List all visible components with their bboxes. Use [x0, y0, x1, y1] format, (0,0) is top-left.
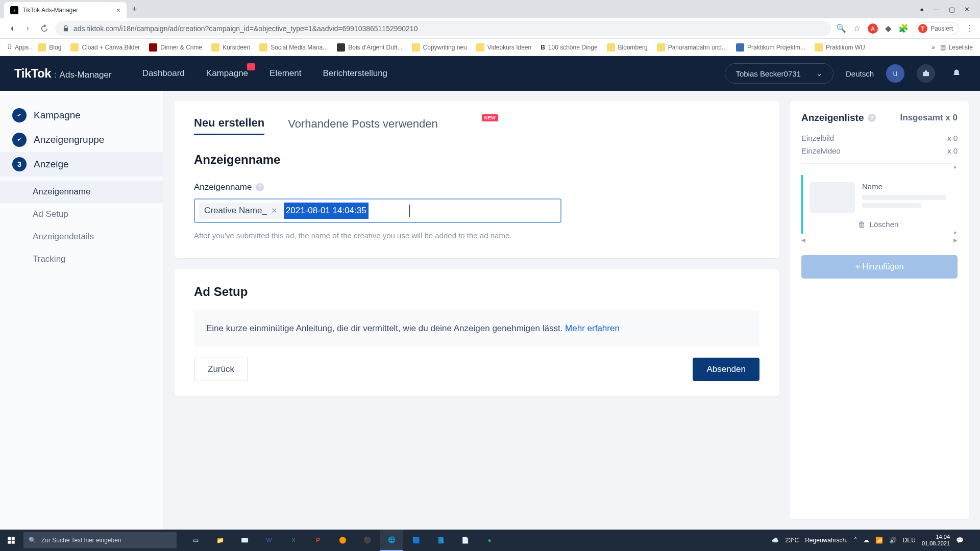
close-tab-icon[interactable]: ×	[116, 6, 120, 14]
add-ad-button[interactable]: + Hinzufügen	[801, 255, 958, 279]
taskbar-clock[interactable]: 14:04 01.08.2021	[922, 534, 950, 547]
learn-more-link[interactable]: Mehr erfahren	[565, 323, 620, 333]
ad-list-panel: Anzeigenliste ? Insgesamt x 0 Einzelbild…	[790, 101, 969, 519]
bookmark-item[interactable]: B100 schöne Dinge	[541, 44, 597, 51]
count-label: Einzelvideo	[801, 146, 841, 155]
bookmark-item[interactable]: Praktikum WU	[815, 43, 865, 52]
menu-icon[interactable]: ⋮	[966, 23, 974, 33]
ext-icon[interactable]: ◆	[885, 23, 891, 33]
app-logo[interactable]: TikTok : Ads-Manager	[14, 66, 112, 81]
nav-dashboard[interactable]: Dashboard	[142, 68, 185, 79]
notepad-icon[interactable]: 📄	[453, 530, 477, 551]
bookmark-item[interactable]: Bloomberg	[607, 43, 648, 52]
bookmark-item[interactable]: Bois d'Argent Duft...	[337, 43, 402, 52]
url-input[interactable]: ads.tiktok.com/i18n/campaign/ad/creation…	[55, 21, 831, 36]
bookmarks-overflow-icon[interactable]: »	[932, 44, 935, 51]
back-button[interactable]	[6, 23, 17, 34]
start-button[interactable]	[0, 530, 22, 551]
help-icon[interactable]: ?	[868, 114, 876, 122]
obs-icon[interactable]: ⚫	[355, 530, 379, 551]
tab-use-existing[interactable]: Vorhandene Posts verwenden	[288, 117, 438, 135]
mail-icon[interactable]: ✉️	[233, 530, 256, 551]
chrome-icon[interactable]: 🌐	[380, 530, 403, 551]
close-window-icon[interactable]: ✕	[964, 6, 970, 13]
delete-label: Löschen	[870, 220, 899, 229]
trash-icon: 🗑	[858, 220, 866, 229]
temperature: 23°C	[785, 537, 799, 544]
bookmark-item[interactable]: Copywriting neu	[412, 43, 467, 52]
powerpoint-icon[interactable]: P	[306, 530, 330, 551]
word-icon[interactable]: W	[257, 530, 281, 551]
scroll-right-icon[interactable]: ▶	[953, 237, 958, 243]
taskbar-search[interactable]: 🔍 Zur Suche Text hier eingeben	[23, 532, 177, 548]
task-view-icon[interactable]: ▭	[184, 530, 207, 551]
bookmark-item[interactable]: ⠿Apps	[7, 44, 29, 51]
reading-list-button[interactable]: ▤Leseliste	[940, 44, 973, 51]
volume-icon[interactable]: 🔊	[889, 537, 897, 544]
edge-icon[interactable]: 🟦	[404, 530, 428, 551]
search-placeholder: Zur Suche Text hier eingeben	[41, 537, 121, 544]
back-button[interactable]: Zurück	[194, 358, 248, 381]
notifications-icon[interactable]: 💬	[956, 537, 964, 544]
bookmark-item[interactable]: Blog	[38, 43, 61, 52]
tab-create-new[interactable]: Neu erstellen	[194, 116, 264, 135]
zoom-icon[interactable]: 🔍	[836, 23, 846, 33]
new-tab-button[interactable]: +	[132, 4, 137, 15]
nav-element[interactable]: Element	[270, 68, 301, 79]
wifi-icon[interactable]: 📶	[875, 537, 883, 544]
bookmark-item[interactable]: Kursideen	[211, 43, 250, 52]
step-ad[interactable]: 3 Anzeige	[0, 152, 163, 177]
minimize-icon[interactable]: —	[933, 6, 940, 13]
skeleton-line	[862, 203, 921, 208]
submit-button[interactable]: Absenden	[693, 358, 760, 381]
selected-text: 2021-08-01 14:04:35	[284, 203, 369, 219]
briefcase-icon[interactable]	[917, 64, 935, 83]
spotify-icon[interactable]: ●	[478, 530, 501, 551]
remove-chip-icon[interactable]: ✕	[271, 206, 278, 215]
maximize-icon[interactable]: ▢	[949, 6, 955, 13]
scroll-left-icon[interactable]: ◀	[801, 237, 805, 243]
account-dot-icon[interactable]: ●	[920, 6, 924, 13]
account-selector[interactable]: Tobias Becker0731 ⌄	[725, 63, 834, 84]
adname-section: Neu erstellen Vorhandene Posts verwenden…	[175, 101, 779, 258]
bookmark-item[interactable]: Panoramabahn und...	[657, 43, 727, 52]
substep-tracking[interactable]: Tracking	[33, 248, 163, 270]
language-selector[interactable]: Deutsch	[846, 69, 874, 78]
app-icon[interactable]: 📘	[429, 530, 452, 551]
adsetup-title: Ad Setup	[194, 285, 760, 299]
adname-input[interactable]: Creative Name_ ✕ 2021-08-01 14:04:35	[194, 198, 561, 223]
excel-icon[interactable]: X	[282, 530, 305, 551]
substep-adname[interactable]: Anzeigenname	[0, 181, 163, 203]
ad-list-item[interactable]: Name 🗑 Löschen	[801, 175, 953, 234]
reload-button[interactable]	[39, 23, 50, 34]
step-adgroup[interactable]: Anzeigengruppe	[0, 128, 163, 152]
help-icon[interactable]: ?	[256, 183, 264, 191]
browser-tab[interactable]: ♪ TikTok Ads-Manager ×	[4, 2, 127, 18]
bookmark-item[interactable]: Dinner & Crime	[149, 43, 202, 52]
step-campaign[interactable]: Kampagne	[0, 103, 163, 128]
nav-campaign[interactable]: Kampagne	[206, 68, 248, 79]
substep-addetails[interactable]: Anzeigendetails	[33, 226, 163, 248]
weather-icon[interactable]: ☁️	[771, 537, 779, 544]
delete-item-button[interactable]: 🗑 Löschen	[810, 220, 946, 229]
bell-icon[interactable]	[947, 64, 966, 83]
bookmark-item[interactable]: Videokurs Ideen	[476, 43, 532, 52]
name-chip[interactable]: Creative Name_ ✕	[199, 203, 283, 219]
tray-chevron-icon[interactable]: ˄	[854, 537, 857, 544]
extensions-icon[interactable]: 🧩	[898, 23, 909, 33]
onedrive-icon[interactable]: ☁	[863, 537, 869, 544]
star-icon[interactable]: ☆	[853, 23, 861, 33]
app-icon[interactable]: 🟠	[331, 530, 354, 551]
scroll-up-icon[interactable]: ▲	[952, 164, 958, 169]
bookmark-item[interactable]: Praktikum Projektm...	[736, 43, 805, 52]
bookmark-item[interactable]: Cload + Canva Bilder	[70, 43, 140, 52]
input-lang[interactable]: DEU	[903, 537, 916, 544]
scroll-down-icon[interactable]: ▼	[952, 230, 958, 236]
bookmark-item[interactable]: Social Media Mana...	[259, 43, 328, 52]
ext-icon[interactable]: A	[868, 23, 878, 34]
profile-pill[interactable]: T Pausiert	[916, 22, 959, 35]
explorer-icon[interactable]: 📁	[208, 530, 232, 551]
substep-adsetup[interactable]: Ad Setup	[33, 203, 163, 226]
user-avatar[interactable]: u	[886, 64, 904, 83]
nav-reporting[interactable]: Berichterstellung	[323, 68, 387, 79]
